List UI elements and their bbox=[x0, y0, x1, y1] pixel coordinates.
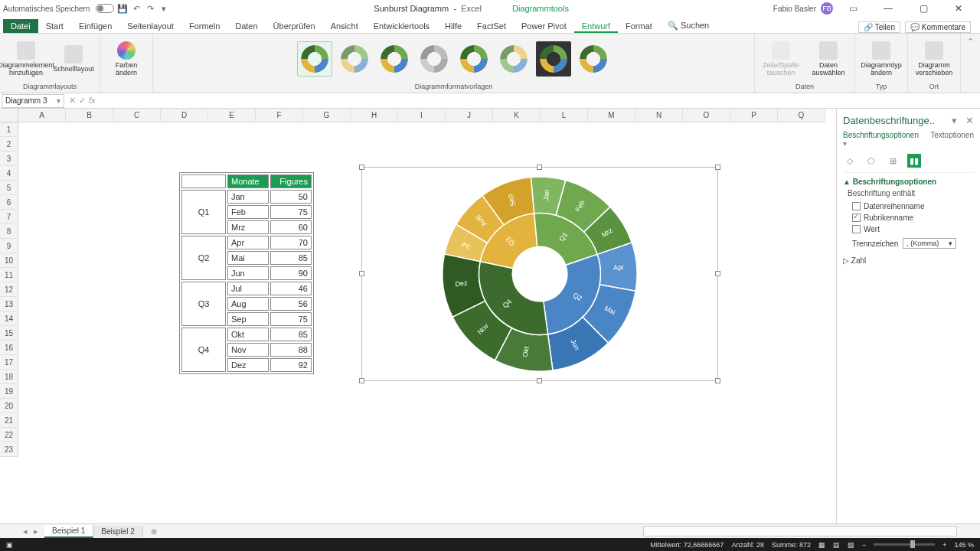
qat-dropdown-icon[interactable]: ▾ bbox=[158, 3, 169, 14]
formula-input[interactable] bbox=[99, 96, 980, 105]
quick-layout-button[interactable]: Schnelllayout bbox=[52, 36, 95, 82]
zoom-level[interactable]: 145 % bbox=[954, 541, 974, 549]
tab-text-options[interactable]: Textoptionen bbox=[930, 131, 974, 148]
user-name[interactable]: Fabio Basler bbox=[773, 5, 816, 13]
layouts-group-label: Diagrammlayouts bbox=[23, 83, 77, 91]
svg-text:Jan: Jan bbox=[542, 189, 550, 201]
tab-format[interactable]: Format bbox=[618, 19, 660, 33]
styles-group-label: Diagrammformatvorlagen bbox=[415, 83, 493, 91]
separator-select[interactable]: , (Komma)▾ bbox=[903, 238, 956, 249]
row-headers[interactable]: 1234567891011121314151617181920212223 bbox=[0, 122, 18, 457]
chk-category-name[interactable] bbox=[852, 214, 861, 222]
zoom-in-icon[interactable]: + bbox=[942, 541, 946, 549]
tab-pagelayout[interactable]: Seitenlayout bbox=[119, 19, 181, 33]
tab-data[interactable]: Daten bbox=[227, 19, 265, 33]
effects-icon[interactable]: ⬠ bbox=[864, 154, 878, 168]
minimize-icon[interactable]: — bbox=[873, 0, 903, 17]
move-chart-button[interactable]: Diagramm verschieben bbox=[913, 36, 956, 82]
chk-value[interactable] bbox=[852, 225, 861, 233]
sheet-nav-prev-icon[interactable]: ◂ bbox=[23, 527, 28, 536]
redo-icon[interactable]: ↷ bbox=[145, 3, 155, 14]
name-box[interactable]: Diagramm 3▾ bbox=[2, 94, 64, 108]
sheet-tab-bar: ◂ ▸ Beispiel 1 Beispiel 2 ⊕ bbox=[0, 523, 980, 538]
data-table[interactable]: MonateFigures Q1Jan50 Feb75 Mrz60 Q2Apr7… bbox=[179, 172, 314, 374]
tab-start[interactable]: Start bbox=[38, 19, 71, 33]
tab-help[interactable]: Hilfe bbox=[437, 19, 469, 33]
comments-button[interactable]: 💬 Kommentare bbox=[905, 21, 971, 33]
svg-text:Dez: Dez bbox=[455, 279, 469, 288]
tab-review[interactable]: Überprüfen bbox=[266, 19, 323, 33]
maximize-icon[interactable]: ▢ bbox=[908, 0, 939, 17]
tab-view[interactable]: Ansicht bbox=[323, 19, 366, 33]
chart-style-3[interactable] bbox=[377, 41, 412, 77]
view-normal-icon[interactable]: ▦ bbox=[818, 541, 825, 549]
chart-style-7[interactable] bbox=[536, 41, 571, 77]
sheet-tab-2[interactable]: Beispiel 2 bbox=[93, 526, 142, 537]
ribbon: Diagrammelement hinzufügen Schnelllayout… bbox=[0, 34, 980, 93]
autosave-toggle[interactable] bbox=[96, 4, 114, 13]
chart-tools-label: Diagrammtools bbox=[512, 4, 569, 13]
undo-icon[interactable]: ↶ bbox=[131, 3, 142, 14]
data-labels-panel: Datenbeschriftunge.. ▾ ✕ Beschriftungsop… bbox=[836, 109, 980, 523]
sunburst-chart[interactable]: JulAugSepQ3JanFebMrzQ1AprMaiJunQ2OktNovD… bbox=[361, 167, 718, 381]
tab-insert[interactable]: Einfügen bbox=[71, 19, 119, 33]
switch-row-col-button[interactable]: Zeile/Spalte tauschen bbox=[760, 36, 802, 82]
zoom-out-icon[interactable]: − bbox=[862, 541, 866, 549]
cell-grid[interactable]: MonateFigures Q1Jan50 Feb75 Mrz60 Q2Apr7… bbox=[18, 122, 836, 523]
collapse-ribbon-icon[interactable]: ⌃ bbox=[961, 34, 980, 93]
tab-formulas[interactable]: Formeln bbox=[181, 19, 227, 33]
label-options-icon[interactable]: ▮▮ bbox=[907, 154, 921, 168]
save-icon[interactable]: 💾 bbox=[117, 3, 128, 14]
record-macro-icon[interactable]: ▣ bbox=[6, 541, 13, 549]
change-colors-button[interactable]: Farben ändern bbox=[105, 36, 148, 82]
tab-powerpivot[interactable]: Power Pivot bbox=[514, 19, 574, 33]
titlebar: Automatisches Speichern 💾 ↶ ↷ ▾ Sunburst… bbox=[0, 0, 980, 17]
chart-style-4[interactable] bbox=[416, 41, 452, 77]
tab-developer[interactable]: Entwicklertools bbox=[366, 19, 437, 33]
change-type-button[interactable]: Diagrammtyp ändern bbox=[860, 36, 903, 82]
view-layout-icon[interactable]: ▤ bbox=[833, 541, 840, 549]
sheet-tab-1[interactable]: Beispiel 1 bbox=[44, 525, 93, 538]
view-break-icon[interactable]: ▧ bbox=[848, 541, 854, 549]
chart-style-8[interactable] bbox=[576, 41, 611, 77]
autosave-label: Automatisches Speichern bbox=[3, 5, 90, 13]
separator-label: Trennzeichen bbox=[852, 240, 898, 248]
formula-bar: Diagramm 3▾ ✕ ✓ fx bbox=[0, 93, 980, 109]
zoom-slider[interactable] bbox=[874, 543, 935, 546]
user-avatar[interactable]: FB bbox=[821, 2, 833, 15]
sheet-nav-next-icon[interactable]: ▸ bbox=[34, 527, 38, 536]
tab-factset[interactable]: FactSet bbox=[469, 19, 514, 33]
status-count: Anzahl: 28 bbox=[731, 541, 764, 549]
panel-close-icon[interactable]: ✕ bbox=[965, 115, 974, 126]
panel-title: Datenbeschriftunge.. bbox=[843, 115, 935, 126]
section-label-options[interactable]: ▲ Beschriftungsoptionen bbox=[843, 173, 974, 187]
svg-text:Apr: Apr bbox=[613, 263, 625, 272]
fx-icon[interactable]: fx bbox=[89, 96, 96, 106]
cancel-formula-icon[interactable]: ✕ bbox=[69, 96, 76, 106]
ribbon-mode-icon[interactable]: ▭ bbox=[838, 0, 868, 17]
select-all-corner[interactable] bbox=[0, 109, 18, 122]
chk-series-name[interactable] bbox=[852, 202, 861, 210]
enter-formula-icon[interactable]: ✓ bbox=[79, 96, 86, 106]
chart-style-5[interactable] bbox=[456, 41, 492, 77]
horizontal-scrollbar[interactable] bbox=[643, 526, 957, 536]
size-icon[interactable]: ⊞ bbox=[886, 154, 900, 168]
add-chart-element-button[interactable]: Diagrammelement hinzufügen bbox=[5, 36, 47, 82]
chart-style-6[interactable] bbox=[496, 41, 531, 77]
column-headers[interactable]: ABCDEFGHIJKLMNOPQ bbox=[18, 109, 825, 122]
tab-label-options[interactable]: Beschriftungsoptionen ▾ bbox=[843, 131, 923, 148]
select-data-button[interactable]: Daten auswählen bbox=[807, 36, 850, 82]
status-bar: ▣ Mittelwert: 72,66666667 Anzahl: 28 Sum… bbox=[0, 538, 980, 551]
add-sheet-button[interactable]: ⊕ bbox=[143, 526, 165, 537]
section-number[interactable]: ▷ Zahl bbox=[843, 252, 974, 266]
search-box[interactable]: 🔍 Suchen bbox=[660, 18, 717, 33]
tab-design[interactable]: Entwurf bbox=[574, 19, 618, 33]
share-button[interactable]: 🔗 Teilen bbox=[858, 21, 900, 33]
location-group-label: Ort bbox=[929, 83, 939, 91]
chart-style-2[interactable] bbox=[337, 41, 372, 77]
chart-style-1[interactable] bbox=[297, 41, 332, 77]
fill-icon[interactable]: ◇ bbox=[843, 154, 857, 168]
tab-file[interactable]: Datei bbox=[3, 19, 38, 33]
label-contains: Beschriftung enthält bbox=[843, 187, 974, 201]
close-icon[interactable]: ✕ bbox=[943, 0, 974, 17]
